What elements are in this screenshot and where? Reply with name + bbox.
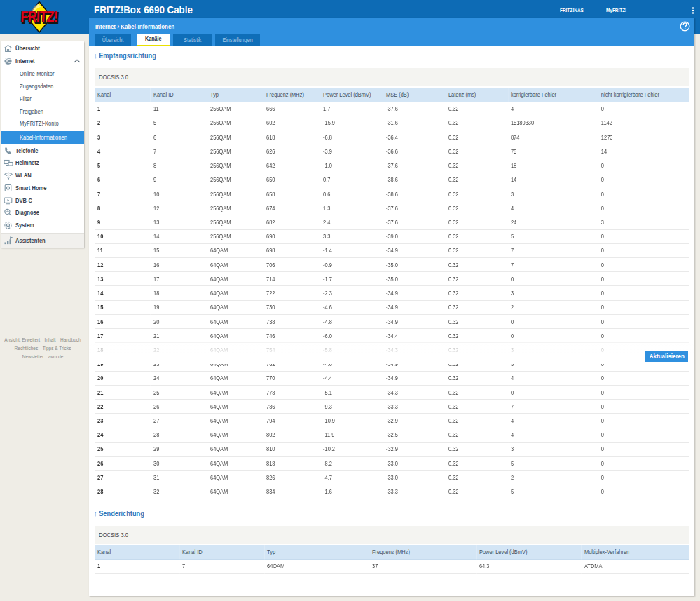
svg-text:FRITZ!: FRITZ! — [20, 8, 58, 25]
